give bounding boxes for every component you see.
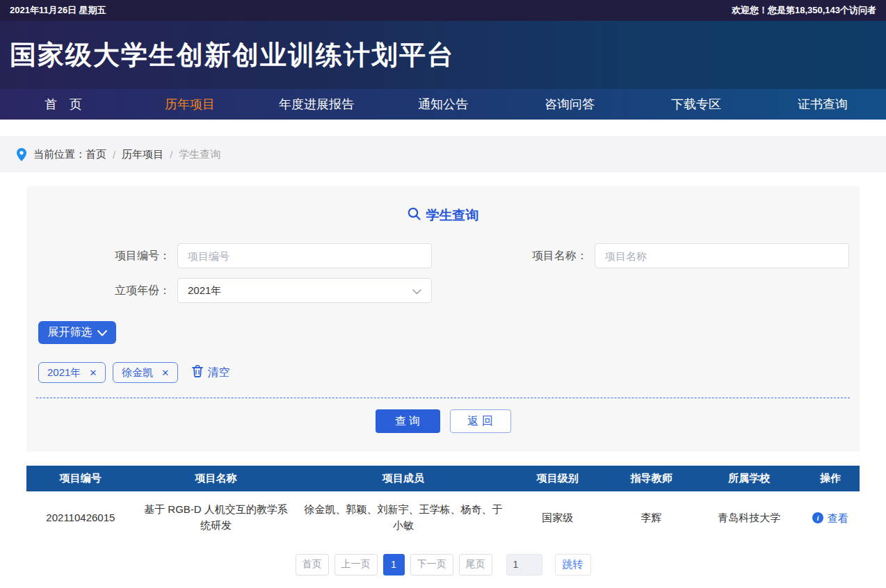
expand-filters-button[interactable]: 展开筛选 [38,321,116,344]
nav-item-home[interactable]: 首 页 [0,89,127,120]
project-name-input[interactable] [595,243,849,268]
nav-item-past-projects[interactable]: 历年项目 [127,89,253,120]
cell-project-name: 基于 RGB-D 人机交互的教学系统研发 [135,491,298,544]
site-banner: 国家级大学生创新创业训练计划平台 [0,21,886,89]
top-bar: 2021年11月26日 星期五 欢迎您！您是第18,350,143个访问者 [0,0,886,21]
nav-item-downloads[interactable]: 下载专区 [633,89,759,120]
cell-advisor: 李辉 [606,491,698,544]
location-pin-icon [17,148,26,161]
project-name-label: 项目名称： [456,249,588,263]
project-code-input[interactable] [177,243,432,268]
back-button[interactable]: 返 回 [450,409,511,433]
form-row-2: 立项年份： 2021年 [26,278,860,303]
pagination-first-button[interactable]: 首页 [296,554,329,575]
pagination-next-button[interactable]: 下一页 [410,554,453,575]
trash-icon [192,365,203,380]
cell-project-level: 国家级 [510,491,606,544]
header-project-name: 项目名称 [135,466,298,491]
site-title: 国家级大学生创新创业训练计划平台 [10,38,455,73]
header-project-code: 项目编号 [26,466,135,491]
form-row-1: 项目编号： 项目名称： [26,243,860,268]
pagination-jump-button[interactable]: 跳转 [555,554,591,575]
pagination-page-input[interactable] [506,554,542,575]
filter-tag-student: 徐金凯 ✕ [113,362,178,383]
remove-tag-icon[interactable]: ✕ [161,368,169,378]
header-school: 所属学校 [697,466,801,491]
breadcrumb-past-projects[interactable]: 历年项目 [122,148,163,161]
filter-tag-label: 徐金凯 [122,366,153,379]
panel-title: 学生查询 [26,207,860,224]
year-select[interactable]: 2021年 [177,278,432,303]
results-table: 项目编号 项目名称 项目成员 项目级别 指导教师 所属学校 操作 2021104… [26,466,860,544]
pagination: 首页 上一页 1 下一页 尾页 跳转 [0,554,886,575]
year-label: 立项年份： [26,284,170,298]
clear-filters-label: 清空 [207,366,229,380]
view-details-label: 查看 [828,510,848,526]
visitor-counter: 欢迎您！您是第18,350,143个访问者 [732,4,876,17]
chevron-down-icon [97,327,107,339]
student-query-panel: 学生查询 项目编号： 项目名称： 立项年份： 2021年 展开筛选 2021年 … [26,186,860,452]
active-filter-tags: 2021年 ✕ 徐金凯 ✕ 清空 [38,362,860,383]
header-actions: 操作 [801,466,860,491]
info-icon: i [812,512,823,523]
clear-filters-link[interactable]: 清空 [192,365,229,380]
pagination-prev-button[interactable]: 上一页 [335,554,378,575]
breadcrumb-separator: / [170,149,172,161]
filter-tag-label: 2021年 [47,366,81,379]
header-project-level: 项目级别 [510,466,606,491]
breadcrumb-prefix: 当前位置： [33,148,86,161]
cell-project-code: 202110426015 [26,491,135,544]
breadcrumb: 当前位置： 首页 / 历年项目 / 学生查询 [0,136,886,172]
filter-tag-year: 2021年 ✕ [38,362,106,383]
breadcrumb-separator: / [113,149,115,161]
header-advisor: 指导教师 [606,466,698,491]
nav-item-qa[interactable]: 咨询问答 [506,89,633,120]
chevron-down-icon [412,285,421,297]
dashed-divider [36,398,850,398]
form-actions: 查 询 返 回 [26,409,860,433]
nav-item-certificate-query[interactable]: 证书查询 [759,89,886,120]
pagination-last-button[interactable]: 尾页 [459,554,492,575]
table-header-row: 项目编号 项目名称 项目成员 项目级别 指导教师 所属学校 操作 [26,466,860,491]
nav-item-announcements[interactable]: 通知公告 [380,89,506,120]
main-nav: 首 页 历年项目 年度进展报告 通知公告 咨询问答 下载专区 证书查询 [0,89,886,120]
view-details-link[interactable]: i 查看 [812,510,848,526]
breadcrumb-student-query: 学生查询 [179,148,220,161]
expand-filters-label: 展开筛选 [48,325,92,340]
cell-project-members: 徐金凯、郭颖、刘新宇、王学栋、杨奇、于小敏 [297,491,509,544]
current-date: 2021年11月26日 星期五 [10,4,106,17]
project-code-label: 项目编号： [26,249,170,263]
nav-item-annual-report[interactable]: 年度进展报告 [253,89,380,120]
remove-tag-icon[interactable]: ✕ [89,368,97,378]
panel-title-text: 学生查询 [426,206,479,224]
header-project-members: 项目成员 [297,466,509,491]
search-icon [408,207,421,224]
cell-school: 青岛科技大学 [697,491,801,544]
cell-actions: i 查看 [801,491,860,544]
query-button[interactable]: 查 询 [376,409,440,433]
table-row: 202110426015 基于 RGB-D 人机交互的教学系统研发 徐金凯、郭颖… [26,491,860,544]
pagination-page-1[interactable]: 1 [383,554,405,575]
year-select-value: 2021年 [188,284,221,297]
breadcrumb-home[interactable]: 首页 [86,148,106,161]
